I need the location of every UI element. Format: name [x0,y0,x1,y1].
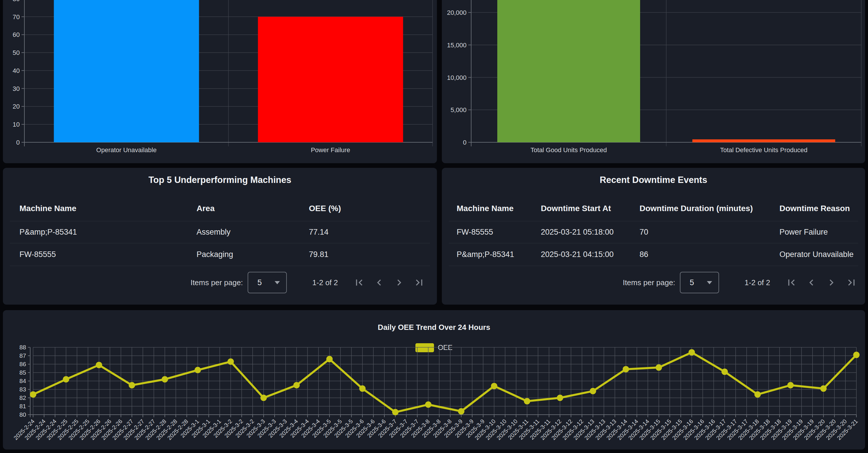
data-point-2025-3-7[interactable] [392,409,399,415]
x-axis-label: Total Defective Units Produced [720,146,808,154]
data-point-2025-3-4[interactable] [293,382,300,389]
column-header: Downtime Reason [779,197,850,220]
start-at-cell: 2025-03-21 05:18:00 [541,221,614,243]
duration-cell: 70 [640,221,648,243]
items-per-page-label: Items per page: [190,278,243,287]
y-axis-label: 10,000 [447,74,466,81]
table-header-row: Machine Name Area OEE (%) [3,197,437,220]
next-page-button[interactable] [393,276,405,289]
data-point-2025-3-18[interactable] [754,391,761,397]
column-header: OEE (%) [309,197,341,220]
page-size-value: 5 [680,278,707,287]
y-axis-label: 84 [20,378,26,384]
data-point-2025-3-17[interactable] [721,368,728,375]
chevron-right-icon [825,276,838,289]
items-per-page-select[interactable]: 5 [248,272,287,293]
data-point-2025-3-1[interactable] [194,367,201,373]
data-point-2025-3-3[interactable] [260,395,267,401]
table-row[interactable]: FW-85555 2025-03-21 05:18:00 70 Power Fa… [442,221,865,243]
data-point-2025-3-10[interactable] [491,383,497,389]
y-axis-label: 10 [13,121,20,128]
data-point-2025-3-8[interactable] [425,401,431,408]
y-axis-label: 60 [13,31,20,38]
data-point-2025-3-11[interactable] [524,398,530,404]
first-page-button[interactable] [785,276,798,289]
paginator-nav [785,276,858,289]
area-cell: Assembly [196,221,230,243]
machine-name-cell: FW-85555 [20,243,56,266]
table-title: Top 5 Underperforming Machines [3,174,437,186]
data-point-2025-2-28[interactable] [162,376,168,383]
chevron-left-icon [805,276,817,289]
bar-operator-unavailable[interactable] [54,0,199,142]
bar-total-defective-units-produced[interactable] [692,140,835,142]
y-axis-label: 87 [20,352,26,359]
items-per-page-label: Items per page: [623,278,675,287]
x-axis-label: Operator Unavailable [96,146,157,154]
bar-power-failure[interactable] [258,17,403,142]
table-row[interactable]: P&amp;P-85341 2025-03-21 04:15:00 86 Ope… [442,243,865,266]
data-point-2025-3-12[interactable] [557,395,563,401]
data-point-2025-3-20[interactable] [820,385,827,392]
data-point-2025-3-15[interactable] [655,364,662,371]
y-axis-label: 20,000 [447,9,466,16]
y-axis-label: 15,000 [447,41,466,49]
column-header: Downtime Duration (minutes) [640,197,753,220]
data-point-2025-3-13[interactable] [590,388,596,394]
chevron-down-icon [275,281,280,284]
page-size-value: 5 [248,278,275,287]
bar-total-good-units-produced[interactable] [497,0,640,142]
chevron-right-icon [393,276,405,289]
data-point-2025-3-2[interactable] [227,358,234,365]
y-axis-label: 81 [20,403,26,410]
next-page-button[interactable] [825,276,838,289]
y-axis-label: 20 [13,103,20,110]
y-axis-label: 40 [13,67,20,74]
last-page-button[interactable] [413,276,425,289]
data-point-2025-2-24[interactable] [30,391,36,397]
data-point-2025-3-6[interactable] [359,385,366,392]
data-point-2025-2-25[interactable] [63,376,69,383]
y-axis-label: 82 [20,394,26,401]
oee-line-series [33,352,857,412]
y-axis-label: 30 [13,85,20,92]
production-units-chart: 05,00010,00015,00020,000Total Good Units… [442,0,865,163]
first-page-button[interactable] [353,276,365,289]
oee-cell: 77.14 [309,221,329,243]
panel-recent-downtime-events: Recent Downtime Events Machine Name Down… [442,168,865,305]
y-axis-label: 0 [463,139,466,146]
oee-trend-chart: 8081828384858687882025-2-242025-2-242025… [3,310,865,450]
downtime-by-reason-chart: 01020304050607080Operator UnavailablePow… [3,0,437,163]
machine-name-cell: FW-85555 [457,221,493,243]
previous-page-button[interactable] [805,276,817,289]
row-divider [449,266,858,266]
data-point-2025-3-19[interactable] [787,382,794,389]
data-point-2025-2-27[interactable] [129,382,135,389]
y-axis-label: 50 [13,49,20,56]
previous-page-button[interactable] [373,276,385,289]
data-point-2025-3-21[interactable] [853,352,860,358]
last-page-button[interactable] [845,276,858,289]
data-point-2025-3-16[interactable] [689,349,695,356]
last-page-icon [845,276,858,289]
y-axis-label: 86 [20,361,26,367]
items-per-page-select[interactable]: 5 [680,272,719,293]
paginator: Items per page: 5 1-2 of 2 [442,268,858,297]
first-page-icon [785,276,798,289]
y-axis-label: 70 [13,13,20,21]
data-point-2025-2-26[interactable] [96,362,102,368]
panel-underperforming-machines: Top 5 Underperforming Machines Machine N… [3,168,437,305]
table-row[interactable]: FW-85555 Packaging 79.81 [3,243,437,266]
reason-cell: Power Failure [779,221,828,243]
table-row[interactable]: P&amp;P-85341 Assembly 77.14 [3,221,437,243]
last-page-icon [413,276,425,289]
data-point-2025-3-5[interactable] [326,356,333,362]
area-cell: Packaging [196,243,233,266]
data-point-2025-3-14[interactable] [623,366,629,372]
x-axis-label: Power Failure [311,146,350,154]
oee-cell: 79.81 [309,243,329,266]
paginator-nav [353,276,425,289]
machine-name-cell: P&amp;P-85341 [20,221,77,243]
y-axis-label: 5,000 [451,106,466,114]
data-point-2025-3-9[interactable] [458,408,464,414]
